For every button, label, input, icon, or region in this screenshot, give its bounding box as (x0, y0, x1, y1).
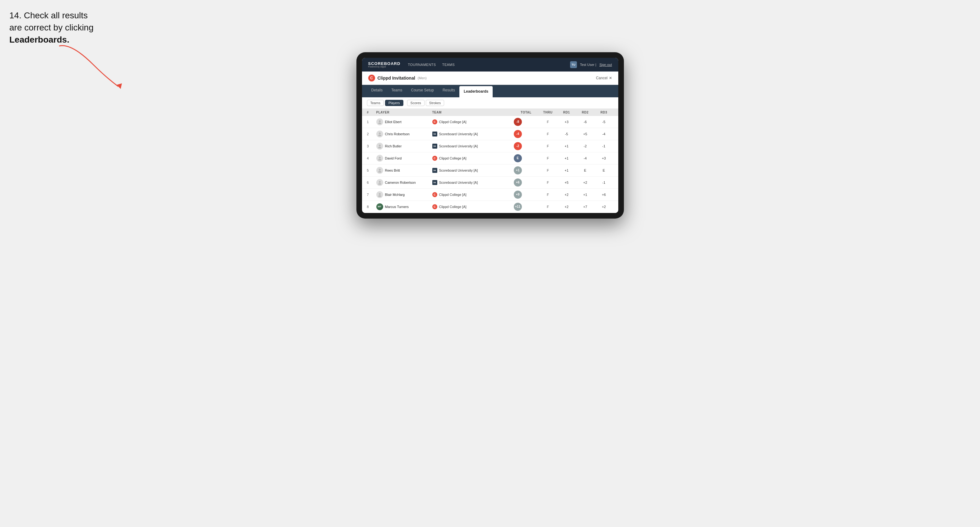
svg-point-7 (379, 157, 381, 159)
score-badge: +6 (514, 178, 522, 187)
leaderboard-table: # PLAYER TEAM TOTAL THRU RD1 RD2 RD3 1 (362, 109, 618, 213)
nav-tournaments[interactable]: TOURNAMENTS (408, 62, 436, 68)
svg-point-9 (379, 169, 381, 171)
player-cell: Rees Britt (376, 167, 432, 174)
team-logo-icon: C (432, 192, 437, 197)
player-cell: David Ford (376, 155, 432, 162)
filter-bar: Teams Players Scores Strokes (362, 97, 618, 109)
sign-out-button[interactable]: Sign out (599, 63, 612, 67)
table-header: # PLAYER TEAM TOTAL THRU RD1 RD2 RD3 (362, 109, 618, 116)
tab-results[interactable]: Results (438, 85, 459, 97)
filter-scores[interactable]: Scores (407, 100, 425, 106)
tournament-gender: (Men) (418, 76, 427, 80)
avatar (376, 179, 383, 186)
nav-teams[interactable]: TEAMS (442, 62, 455, 68)
tab-navigation: Details Teams Course Setup Results Leade… (362, 85, 618, 97)
svg-point-4 (378, 135, 381, 136)
table-row: 6 Cameron Robertson SB Scoreboard Univer… (362, 176, 618, 189)
tablet-screen: SCOREBOARD Powered by clippd TOURNAMENTS… (362, 58, 618, 213)
avatar (376, 143, 383, 149)
svg-point-6 (378, 147, 381, 148)
svg-point-1 (379, 120, 381, 122)
avatar (376, 119, 383, 125)
score-badge: +9 (514, 190, 522, 199)
tournament-bar: C Clippd Invitational (Men) Cancel ✕ (362, 71, 618, 85)
svg-point-5 (379, 144, 381, 146)
team-cell: SB Scoreboard University [A] (432, 144, 514, 149)
team-logo-icon: C (432, 156, 437, 161)
avatar (376, 155, 383, 162)
svg-point-2 (378, 122, 381, 124)
tab-teams[interactable]: Teams (387, 85, 406, 97)
avatar: MT (376, 203, 383, 210)
table-row: 2 Chris Robertson SB Scoreboard Universi… (362, 128, 618, 140)
team-cell: C Clippd College [A] (432, 192, 514, 197)
team-logo-icon: SB (432, 132, 437, 137)
score-badge: +1 (514, 166, 522, 175)
filter-strokes[interactable]: Strokes (426, 100, 444, 106)
svg-point-13 (379, 193, 381, 195)
player-cell: MT Marcus Turners (376, 203, 432, 210)
score-badge: -8 (514, 118, 522, 126)
team-logo-icon: C (432, 204, 437, 209)
user-name: Test User | (580, 63, 596, 67)
svg-point-8 (378, 159, 381, 160)
team-logo-icon: C (432, 119, 437, 124)
table-row: 8 MT Marcus Turners C Clippd College [A]… (362, 201, 618, 213)
user-avatar: TU (570, 61, 577, 68)
team-cell: SB Scoreboard University [A] (432, 132, 514, 137)
logo-text: SCOREBOARD (368, 62, 401, 66)
table-row: 4 David Ford C Clippd College [A] E (362, 152, 618, 165)
table-row: 5 Rees Britt SB Scoreboard University [A… (362, 165, 618, 176)
logo-sub: Powered by clippd (368, 66, 401, 68)
score-badge: +11 (514, 203, 522, 211)
table-row: 3 Rich Butler SB Scoreboard University [… (362, 140, 618, 152)
player-cell: Chris Robertson (376, 130, 432, 137)
header-right: TU Test User | Sign out (570, 61, 612, 68)
team-cell: SB Scoreboard University [A] (432, 180, 514, 185)
avatar (376, 167, 383, 174)
table-row: 7 Blair McHarg C Clippd College [A] +9 (362, 189, 618, 201)
instruction-block: 14. Check all results are correct by cli… (10, 10, 127, 46)
team-cell: C Clippd College [A] (432, 119, 514, 124)
svg-marker-0 (117, 83, 122, 89)
tournament-name: Clippd Invitational (377, 76, 415, 81)
tournament-title-area: C Clippd Invitational (Men) (368, 75, 427, 81)
score-badge: E (514, 154, 522, 162)
tab-details[interactable]: Details (367, 85, 387, 97)
svg-point-10 (378, 171, 381, 173)
logo-area: SCOREBOARD Powered by clippd (368, 62, 401, 68)
svg-point-14 (378, 195, 381, 197)
team-cell: SB Scoreboard University [A] (432, 168, 514, 173)
filter-teams[interactable]: Teams (367, 100, 384, 106)
svg-point-3 (379, 132, 381, 134)
avatar (376, 191, 383, 198)
team-logo-icon: SB (432, 180, 437, 185)
svg-point-12 (378, 183, 381, 185)
tab-course-setup[interactable]: Course Setup (407, 85, 438, 97)
app-header: SCOREBOARD Powered by clippd TOURNAMENTS… (362, 58, 618, 71)
tournament-logo: C (368, 75, 375, 81)
team-cell: C Clippd College [A] (432, 204, 514, 209)
avatar (376, 130, 383, 137)
score-badge: -4 (514, 130, 522, 138)
svg-point-11 (379, 181, 381, 183)
team-logo-icon: SB (432, 144, 437, 149)
filter-players[interactable]: Players (385, 100, 403, 106)
score-badge: -2 (514, 142, 522, 150)
tab-leaderboards[interactable]: Leaderboards (459, 86, 493, 97)
cancel-button[interactable]: Cancel ✕ (596, 76, 612, 80)
player-cell: Elliot Ebert (376, 119, 432, 125)
table-row: 1 Elliot Ebert C Clippd College [A] -8 (362, 116, 618, 128)
player-cell: Cameron Robertson (376, 179, 432, 186)
arrow-annotation (47, 40, 140, 96)
player-cell: Blair McHarg (376, 191, 432, 198)
team-cell: C Clippd College [A] (432, 156, 514, 161)
nav-links: TOURNAMENTS TEAMS (408, 62, 562, 68)
tablet-frame: SCOREBOARD Powered by clippd TOURNAMENTS… (356, 52, 624, 219)
team-logo-icon: SB (432, 168, 437, 173)
player-cell: Rich Butler (376, 143, 432, 149)
